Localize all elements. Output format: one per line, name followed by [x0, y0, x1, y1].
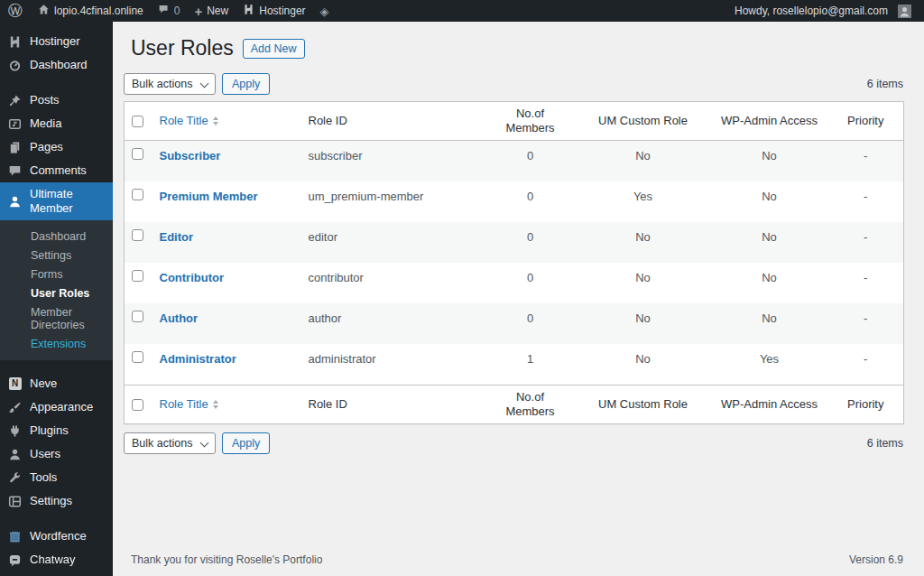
tablenav-top: Bulk actions Apply 6 items: [124, 72, 903, 95]
submenu-item-user-roles[interactable]: User Roles: [0, 283, 113, 302]
chat-bubble-icon: [8, 553, 22, 567]
column-role-title-sort[interactable]: Role Title: [160, 114, 218, 128]
menu-separator: [0, 513, 113, 525]
sidebar-item-tools[interactable]: Tools: [0, 466, 113, 489]
row-checkbox[interactable]: [132, 311, 143, 322]
table-footer-row: Role Title Role ID No.of Members UM Cust…: [125, 386, 904, 424]
add-new-button[interactable]: Add New: [243, 39, 305, 59]
row-checkbox[interactable]: [132, 148, 143, 160]
hostinger-label: Hostinger: [259, 5, 305, 17]
sidebar-item-dashboard[interactable]: Dashboard: [0, 53, 113, 77]
items-count: 6 items: [867, 78, 903, 90]
plug-icon: [8, 424, 22, 438]
wordfence-castle-icon: [8, 530, 22, 543]
person-icon: [8, 448, 22, 461]
column-role-title-sort[interactable]: Role Title: [160, 397, 218, 412]
select-all-checkbox[interactable]: [132, 399, 143, 411]
sidebar-item-wordfence[interactable]: Wordfence: [0, 525, 113, 548]
um-custom-role-cell: No: [576, 141, 711, 182]
table-row: Premium Member um_premium-member 0 Yes N…: [125, 181, 904, 222]
table-row: Editor editor 0 No No -: [125, 222, 904, 263]
submenu-item-member-directories[interactable]: Member Directories: [0, 302, 113, 334]
sidebar-item-media[interactable]: Media: [0, 112, 113, 135]
paintbrush-icon: [8, 401, 22, 414]
plus-icon: +: [194, 5, 202, 18]
speech-bubble-icon: [8, 164, 22, 178]
avatar: [898, 5, 911, 18]
sidebar-item-pages[interactable]: Pages: [0, 135, 113, 159]
submenu-item-extensions[interactable]: Extensions: [0, 334, 113, 353]
role-id-cell: subscriber: [300, 141, 485, 182]
main-content: User Roles Add New Bulk actions Apply 6 …: [113, 0, 924, 576]
hostinger-icon: [8, 35, 22, 49]
sidebar-item-litespeed-cache[interactable]: ◈ LiteSpeed Cache: [0, 571, 113, 576]
role-title-link[interactable]: Contributor: [160, 271, 224, 284]
sidebar-item-appearance[interactable]: Appearance: [0, 395, 113, 419]
menu-separator: [0, 77, 113, 88]
select-all-checkbox[interactable]: [132, 116, 143, 127]
column-members: No.of Members: [485, 386, 576, 424]
sidebar-item-settings[interactable]: Settings: [0, 489, 113, 513]
sidebar-item-posts[interactable]: Posts: [0, 88, 113, 112]
apply-button[interactable]: Apply: [222, 73, 270, 95]
sidebar-item-hostinger[interactable]: Hostinger: [0, 30, 113, 53]
role-id-cell: um_premium-member: [300, 181, 485, 222]
apply-button[interactable]: Apply: [222, 432, 270, 454]
table-row: Subscriber subscriber 0 No No -: [125, 141, 904, 182]
sidebar-item-neve[interactable]: N Neve: [0, 372, 113, 395]
members-cell: 0: [485, 141, 576, 182]
litespeed-toolbar-icon[interactable]: ◈: [313, 0, 337, 22]
row-checkbox[interactable]: [132, 229, 143, 241]
wp-admin-access-cell: No: [711, 181, 828, 222]
column-role-id: Role ID: [300, 386, 485, 424]
site-name-link[interactable]: lopio.4cfinal.online: [31, 0, 151, 22]
submenu-item-dashboard[interactable]: Dashboard: [0, 227, 113, 246]
row-checkbox[interactable]: [132, 351, 143, 363]
user-roles-table: Role Title Role ID No.of Members UM Cust…: [124, 101, 904, 424]
wordpress-logo-icon[interactable]: Ⓦ: [0, 0, 31, 22]
admin-footer: Thank you for visiting Roselle's Portfol…: [113, 548, 924, 576]
role-title-link[interactable]: Administrator: [160, 352, 236, 366]
row-checkbox[interactable]: [132, 270, 143, 282]
priority-cell: -: [828, 181, 904, 222]
wp-admin-access-cell: No: [711, 222, 828, 263]
members-cell: 0: [485, 263, 576, 303]
sidebar-item-users[interactable]: Users: [0, 442, 113, 466]
hostinger-toolbar-link[interactable]: Hostinger: [236, 0, 312, 22]
menu-separator: [0, 360, 113, 372]
sort-arrows-icon: [213, 116, 218, 125]
sidebar-item-chatway[interactable]: Chatway: [0, 548, 113, 571]
um-custom-role-cell: Yes: [576, 181, 711, 222]
submenu-item-settings[interactable]: Settings: [0, 246, 113, 265]
pages-icon: [8, 141, 22, 154]
admin-bar: Ⓦ lopio.4cfinal.online 0 + New Hostinger…: [0, 0, 924, 22]
members-cell: 0: [485, 222, 576, 263]
sidebar-item-ultimate-member[interactable]: Ultimate Member: [0, 182, 113, 220]
role-id-cell: editor: [300, 222, 485, 263]
bulk-actions-select[interactable]: Bulk actions: [124, 73, 216, 95]
submenu-item-forms[interactable]: Forms: [0, 265, 113, 283]
home-icon: [38, 4, 50, 18]
members-cell: 0: [485, 303, 576, 344]
pushpin-icon: [8, 94, 22, 107]
bulk-actions-wrapper: Bulk actions: [124, 432, 216, 454]
priority-cell: -: [828, 141, 904, 182]
account-menu[interactable]: Howdy, rosellelopio@gmail.com: [727, 0, 919, 22]
bulk-actions-select[interactable]: Bulk actions: [124, 432, 216, 454]
new-content-link[interactable]: + New: [187, 0, 236, 22]
comments-link[interactable]: 0: [151, 0, 188, 22]
sidebar-item-comments[interactable]: Comments: [0, 159, 113, 182]
column-um-custom-role: UM Custom Role: [576, 102, 711, 141]
wp-admin-access-cell: No: [711, 263, 828, 303]
row-checkbox[interactable]: [132, 189, 143, 200]
role-title-link[interactable]: Editor: [160, 230, 194, 244]
role-title-link[interactable]: Author: [160, 311, 199, 325]
um-custom-role-cell: No: [576, 303, 711, 344]
role-title-link[interactable]: Premium Member: [160, 190, 258, 203]
role-title-link[interactable]: Subscriber: [160, 149, 221, 163]
sidebar-item-plugins[interactable]: Plugins: [0, 419, 113, 442]
wrench-icon: [8, 471, 22, 485]
site-name-label: lopio.4cfinal.online: [54, 5, 143, 17]
table-row: Administrator administrator 1 No Yes -: [125, 344, 904, 386]
column-wp-admin-access: WP-Admin Access: [711, 386, 828, 424]
